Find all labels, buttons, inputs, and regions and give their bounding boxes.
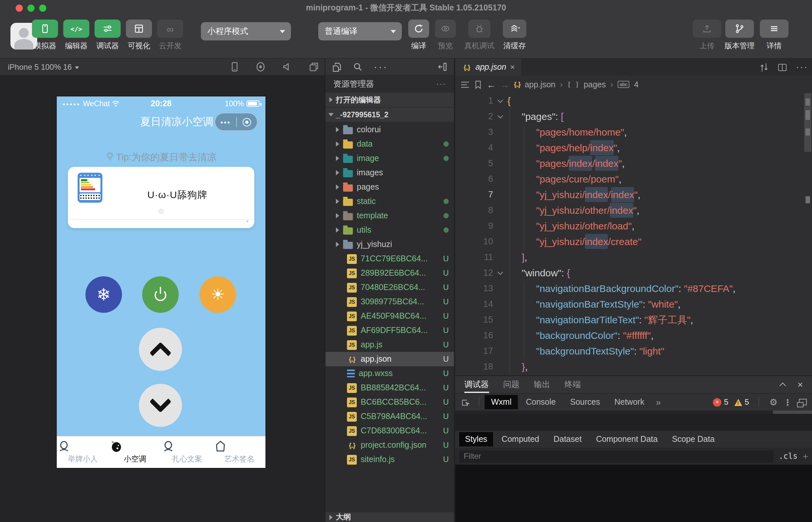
- clear-cache-button[interactable]: 清缓存: [496, 20, 534, 51]
- exit-miniprogram-button[interactable]: [236, 118, 257, 126]
- tab-computed[interactable]: Computed: [496, 432, 545, 446]
- devtools-tab-sources[interactable]: Sources: [563, 395, 606, 409]
- toolbar-visualization-button[interactable]: 可视化: [123, 20, 155, 51]
- gear-icon[interactable]: ⚙: [769, 397, 777, 407]
- tree-item-70480E26BC64...[interactable]: JS70480E26BC64...U: [326, 280, 454, 295]
- code-line-10[interactable]: 10"yj_yishuzi/index/create": [455, 234, 812, 249]
- mute-icon[interactable]: [282, 61, 293, 72]
- more-actions-icon[interactable]: ···: [374, 61, 388, 73]
- tree-item-AE450F94BC64...[interactable]: JSAE450F94BC64...U: [326, 309, 454, 323]
- details-button[interactable]: 详情: [756, 20, 792, 51]
- error-count-badge[interactable]: ×5: [713, 398, 728, 407]
- code-line-7[interactable]: 7"yj_yishuzi/index/index",: [455, 187, 812, 203]
- tree-item-utils[interactable]: utils: [326, 223, 454, 237]
- fold-gutter[interactable]: [493, 109, 507, 124]
- code-line-18[interactable]: 18},: [455, 359, 812, 375]
- toolbar-editor-button[interactable]: </> 编辑器: [61, 20, 92, 51]
- fold-gutter[interactable]: [493, 93, 507, 109]
- code-line-13[interactable]: 13"navigationBarBackgroundColor": "#87CE…: [455, 281, 812, 297]
- tab-debugger[interactable]: 调试器: [464, 376, 489, 393]
- code-line-11[interactable]: 11],: [455, 249, 812, 265]
- record-icon[interactable]: [255, 61, 266, 72]
- devtools-tab-console[interactable]: Console: [520, 395, 562, 409]
- navigate-forward-icon[interactable]: →: [500, 79, 509, 89]
- code-line-14[interactable]: 14"navigationBarTextStyle": "white",: [455, 297, 812, 312]
- temperature-down-button[interactable]: [139, 384, 182, 427]
- code-editor[interactable]: 1{2"pages": [3"pages/home/home",4"pages/…: [455, 93, 812, 375]
- more-tabs-icon[interactable]: »: [652, 397, 664, 407]
- inspect-element-icon[interactable]: [461, 397, 471, 407]
- bookmark-icon[interactable]: [474, 80, 482, 89]
- tree-item-BB885842BC64...[interactable]: JSBB885842BC64...U: [326, 381, 454, 395]
- compile-mode-dropdown[interactable]: 普通编译: [318, 22, 402, 40]
- mode-select-dropdown[interactable]: 小程序模式: [201, 22, 291, 40]
- filter-input[interactable]: [459, 450, 774, 462]
- code-line-12[interactable]: 12"window": {: [455, 265, 812, 281]
- tree-item-app.json[interactable]: {..}app.jsonU: [326, 352, 454, 366]
- toolbar-simulator-button[interactable]: 模拟器: [30, 20, 61, 51]
- warning-count-badge[interactable]: !5: [734, 398, 749, 407]
- tab-component-data[interactable]: Component Data: [590, 432, 664, 446]
- code-line-3[interactable]: 3"pages/home/home",: [455, 124, 812, 140]
- code-line-4[interactable]: 4"pages/help/index",: [455, 140, 812, 156]
- version-control-button[interactable]: 版本管理: [719, 20, 760, 51]
- tree-item-289B92E6BC64...[interactable]: JS289B92E6BC64...U: [326, 266, 454, 280]
- preview-button[interactable]: 预览: [428, 20, 463, 51]
- tree-item-pages[interactable]: pages: [326, 180, 454, 194]
- devtools-tab-network[interactable]: Network: [608, 395, 651, 409]
- outline-section[interactable]: 大纲: [326, 512, 454, 522]
- navigate-back-icon[interactable]: ←: [486, 79, 496, 89]
- cool-mode-button[interactable]: ❄: [85, 276, 122, 313]
- code-line-6[interactable]: 6"pages/cure/poem",: [455, 172, 812, 187]
- tree-item-C7D68300BC64...[interactable]: JSC7D68300BC64...U: [326, 424, 454, 438]
- project-root-section[interactable]: _-927995615_2: [326, 107, 454, 122]
- toolbar-clouddev-button[interactable]: ∞ 云开发: [155, 20, 186, 51]
- more-menu-button[interactable]: ●●●: [215, 120, 236, 124]
- tab-dataset[interactable]: Dataset: [547, 432, 587, 446]
- tab-scope-data[interactable]: Scope Data: [666, 432, 721, 446]
- tree-item-71CC79E6BC64...[interactable]: JS71CC79E6BC64...U: [326, 252, 454, 266]
- tree-item-data[interactable]: data: [326, 137, 454, 151]
- close-tab-icon[interactable]: ×: [510, 63, 515, 72]
- code-line-15[interactable]: 15"navigationBarTitleText": "辉子工具",: [455, 312, 812, 328]
- outline-list-icon[interactable]: [461, 80, 469, 88]
- tree-item-BC6BCCB5BC6...[interactable]: JSBC6BCCB5BC6...U: [326, 395, 454, 409]
- code-line-9[interactable]: 9"yj_yishuzi/other/load",: [455, 218, 812, 234]
- files-icon[interactable]: [332, 62, 342, 72]
- tree-item-yj_yishuzi[interactable]: yj_yishuzi: [326, 237, 454, 252]
- editor-scrollbar[interactable]: [804, 93, 812, 375]
- collapse-sidebar-icon[interactable]: [438, 62, 447, 72]
- tree-item-template[interactable]: template: [326, 208, 454, 223]
- kebab-menu-icon[interactable]: ⋮: [783, 397, 792, 407]
- dom-tree-area[interactable]: [455, 414, 812, 431]
- explorer-more-icon[interactable]: ···: [436, 80, 446, 88]
- tree-item-AF69DFF5BC64...[interactable]: JSAF69DFF5BC64...U: [326, 323, 454, 338]
- tree-item-app.js[interactable]: JSapp.jsU: [326, 338, 454, 352]
- compare-changes-icon[interactable]: [759, 62, 769, 72]
- remote-debug-button[interactable]: 真机调试: [459, 20, 500, 51]
- temperature-up-button[interactable]: [139, 328, 182, 371]
- tab-app-json[interactable]: {..} app.json ×: [455, 59, 521, 76]
- code-line-8[interactable]: 8"yj_yishuzi/other/index",: [455, 203, 812, 218]
- rotate-device-icon[interactable]: [230, 61, 239, 72]
- search-icon[interactable]: [353, 62, 363, 72]
- power-button[interactable]: [142, 276, 179, 313]
- code-line-1[interactable]: 1{: [455, 93, 812, 109]
- code-line-16[interactable]: 16"backgroundColor": "#ffffff",: [455, 328, 812, 343]
- tab-air-conditioner[interactable]: 小空调: [109, 437, 161, 468]
- add-style-icon[interactable]: +: [803, 451, 808, 461]
- styles-content-area[interactable]: [455, 465, 812, 522]
- multi-window-icon[interactable]: [309, 61, 320, 72]
- tree-item-project.config.json[interactable]: {..}project.config.jsonU: [326, 438, 454, 452]
- split-editor-icon[interactable]: [778, 63, 787, 71]
- tab-problems[interactable]: 问题: [503, 379, 520, 390]
- tab-heart-text[interactable]: 扎心文案: [161, 437, 213, 468]
- cls-toggle[interactable]: .cls: [779, 451, 798, 461]
- toolbar-debugger-button[interactable]: 调试器: [92, 20, 123, 51]
- code-line-17[interactable]: 17"backgroundTextStyle": "light": [455, 343, 812, 359]
- tab-output[interactable]: 输出: [534, 379, 550, 390]
- tree-item-app.wxss[interactable]: app.wxssU: [326, 366, 454, 381]
- tab-sign-holder[interactable]: 举牌小人: [57, 437, 109, 468]
- editor-more-icon[interactable]: ···: [796, 61, 808, 73]
- close-panel-icon[interactable]: ×: [798, 379, 803, 390]
